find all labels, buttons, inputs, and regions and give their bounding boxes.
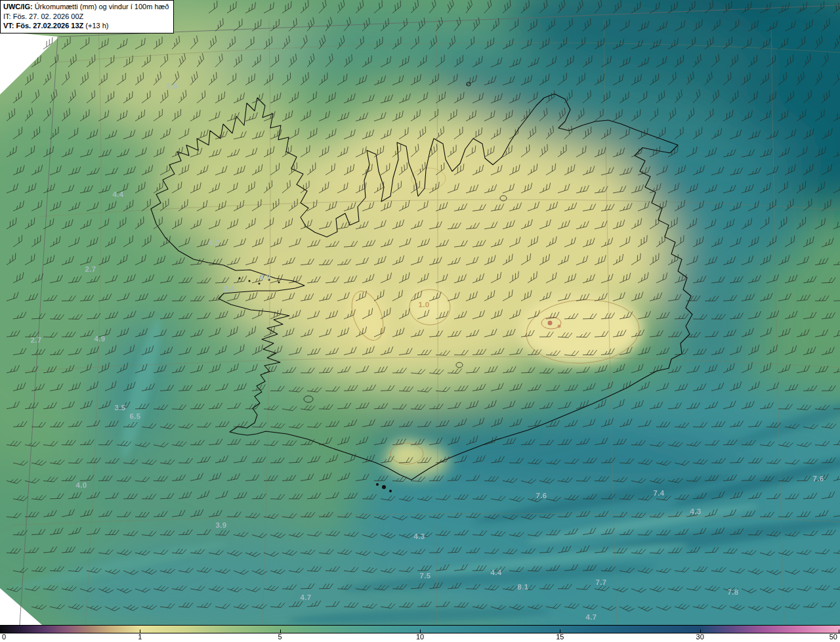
colorbar-tick-label: 10	[416, 633, 424, 641]
valid-time-offset: (+13 h)	[83, 22, 108, 30]
colorbar: 01510153050	[0, 625, 840, 642]
valid-time-line: VT: Fös. 27.02.2026 13Z (+13 h)	[3, 21, 169, 31]
model-label: UWC/IG:	[3, 3, 33, 11]
precipitation-wind-map	[0, 0, 840, 625]
weather-map-canvas: 3.54.44.72.74.92.41.02.74.93.56.54.03.97…	[0, 0, 840, 642]
high-precip-speck	[548, 321, 553, 326]
colorbar-tickmark	[839, 630, 839, 633]
valid-time: VT: Fös. 27.02.2026 13Z	[3, 22, 83, 30]
title-line: UWC/IG: Úrkomumætti (mm) og vindur í 100…	[3, 2, 169, 12]
colorbar-tick-label: 30	[696, 633, 704, 641]
colorbar-tick-label: 5	[278, 633, 282, 641]
init-time: IT: Fös. 27. 02. 2026 00Z	[3, 12, 169, 22]
colorbar-tick-label: 15	[556, 633, 564, 641]
colorbar-tick-label: 50	[830, 633, 837, 641]
colorbar-tick-label: 1	[138, 633, 142, 641]
colorbar-tick-label: 0	[2, 633, 6, 641]
colorbar-tick-labels: 01510153050	[0, 633, 840, 641]
map-title-box: UWC/IG: Úrkomumætti (mm) og vindur í 100…	[0, 0, 174, 33]
colorbar-tickmark	[1, 630, 1, 633]
map-title: Úrkomumætti (mm) og vindur í 100m hæð	[33, 3, 169, 11]
